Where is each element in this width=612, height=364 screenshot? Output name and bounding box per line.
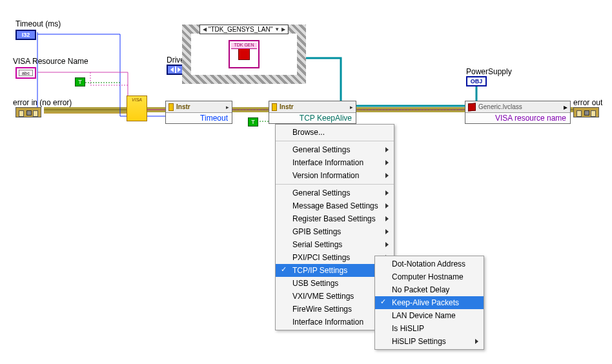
submenu-arrow-icon: [385, 147, 389, 152]
menu-item[interactable]: Browse...: [276, 126, 394, 139]
class-cube-icon: [238, 48, 250, 60]
submenu-arrow-icon: [385, 216, 389, 221]
case-dropdown-icon[interactable]: ▼: [274, 26, 280, 32]
submenu-arrow-icon: [385, 229, 389, 234]
error-out-terminal[interactable]: [573, 107, 599, 117]
menu-item[interactable]: General Settings: [276, 187, 394, 199]
menu-item[interactable]: Interface Information: [276, 156, 394, 169]
submenu-item[interactable]: HiSLIP Settings: [375, 335, 484, 348]
property-node-instr-tcp[interactable]: Instr▸ TCP KeepAlive: [269, 101, 356, 124]
submenu-arrow-icon: [385, 173, 389, 178]
menu-item[interactable]: Message Based Settings: [276, 199, 394, 212]
menu-item[interactable]: Serial Settings: [276, 238, 394, 251]
property-timeout[interactable]: Timeout: [166, 113, 232, 123]
context-submenu[interactable]: Dot-Notation AddressComputer HostnameNo …: [374, 256, 484, 350]
property-node-instr-timeout[interactable]: Instr▸ Timeout: [165, 101, 232, 124]
submenu-arrow-icon: [385, 160, 389, 165]
bool-true-constant-1[interactable]: T: [75, 77, 85, 86]
visa-resource-label: VISA Resource Name: [13, 57, 88, 66]
menu-item[interactable]: General Settings: [276, 143, 394, 156]
submenu-item[interactable]: Computer Hostname: [375, 270, 484, 283]
error-in-terminal[interactable]: [15, 107, 41, 117]
property-tcp-keepalive[interactable]: TCP KeepAlive: [269, 113, 356, 123]
property-visa-resource-name[interactable]: VISA resource name: [465, 113, 570, 123]
instr-icon: [272, 103, 277, 111]
case-structure[interactable]: ◀ "TDK_GENSYS_LAN" ▼ ▶ TDK GEN: [182, 25, 306, 84]
case-prev-icon[interactable]: ◀: [203, 26, 207, 32]
visa-open-node[interactable]: [127, 96, 147, 121]
submenu-item[interactable]: Is HiSLIP: [375, 322, 484, 335]
submenu-arrow-icon: [475, 339, 478, 344]
submenu-item[interactable]: No Packet Delay: [375, 283, 484, 296]
submenu-item[interactable]: LAN Device Name: [375, 309, 484, 322]
timeout-label: Timeout (ms): [15, 19, 61, 28]
powersupply-indicator[interactable]: OBJ: [466, 76, 487, 86]
case-next-icon[interactable]: ▶: [281, 26, 285, 32]
submenu-item[interactable]: Dot-Notation Address: [375, 258, 484, 270]
bool-true-constant-2[interactable]: T: [248, 117, 258, 126]
visa-resource-terminal[interactable]: abc: [15, 67, 36, 79]
powersupply-label: PowerSupply: [466, 67, 512, 76]
error-out-label: error out: [573, 98, 602, 107]
submenu-arrow-icon: [385, 203, 389, 208]
property-node-generic-class[interactable]: Generic.lvclass▸ VISA resource name: [465, 101, 571, 124]
submenu-item[interactable]: ✓Keep-Alive Packets: [375, 296, 484, 309]
submenu-arrow-icon: [385, 242, 389, 247]
instr-icon: [168, 103, 174, 111]
timeout-terminal[interactable]: I32: [15, 30, 36, 40]
error-in-label: error in (no error): [13, 98, 72, 107]
class-constant[interactable]: TDK GEN: [229, 40, 260, 68]
submenu-arrow-icon: [385, 190, 389, 196]
menu-item[interactable]: Version Information: [276, 169, 394, 182]
menu-item[interactable]: GPIB Settings: [276, 225, 394, 238]
menu-item[interactable]: Register Based Settings: [276, 212, 394, 225]
case-selector[interactable]: ◀ "TDK_GENSYS_LAN" ▼ ▶: [199, 25, 289, 34]
class-cube-icon: [468, 103, 476, 111]
